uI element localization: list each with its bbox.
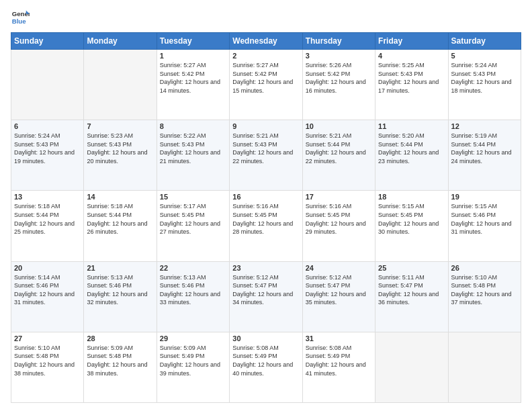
day-number: 23 xyxy=(232,264,299,272)
calendar-cell: 30Sunrise: 5:08 AMSunset: 5:49 PMDayligh… xyxy=(230,332,302,402)
day-info: Sunrise: 5:15 AMSunset: 5:45 PMDaylight:… xyxy=(378,202,445,236)
calendar-cell xyxy=(84,50,157,120)
day-info: Sunrise: 5:09 AMSunset: 5:48 PMDaylight:… xyxy=(87,344,153,377)
day-number: 17 xyxy=(306,193,372,201)
day-number: 2 xyxy=(232,52,299,60)
day-number: 11 xyxy=(378,122,445,130)
day-info: Sunrise: 5:16 AMSunset: 5:45 PMDaylight:… xyxy=(306,202,372,236)
calendar-cell: 4Sunrise: 5:25 AMSunset: 5:43 PMDaylight… xyxy=(375,50,448,120)
day-info: Sunrise: 5:25 AMSunset: 5:43 PMDaylight:… xyxy=(378,61,445,95)
logo-icon: General Blue xyxy=(11,8,30,27)
calendar-cell: 10Sunrise: 5:21 AMSunset: 5:44 PMDayligh… xyxy=(302,120,375,191)
calendar-cell: 25Sunrise: 5:11 AMSunset: 5:47 PMDayligh… xyxy=(375,261,448,332)
day-number: 24 xyxy=(306,264,372,272)
calendar-cell: 13Sunrise: 5:18 AMSunset: 5:44 PMDayligh… xyxy=(11,191,84,261)
day-number: 8 xyxy=(160,122,226,130)
day-info: Sunrise: 5:27 AMSunset: 5:42 PMDaylight:… xyxy=(160,61,226,95)
day-info: Sunrise: 5:21 AMSunset: 5:44 PMDaylight:… xyxy=(306,132,372,165)
calendar-cell: 27Sunrise: 5:10 AMSunset: 5:48 PMDayligh… xyxy=(11,332,84,402)
day-number: 9 xyxy=(232,122,299,130)
day-number: 19 xyxy=(451,193,518,201)
weekday-header-saturday: Saturday xyxy=(448,33,521,50)
day-number: 4 xyxy=(378,52,445,60)
day-info: Sunrise: 5:21 AMSunset: 5:43 PMDaylight:… xyxy=(232,132,299,165)
day-info: Sunrise: 5:12 AMSunset: 5:47 PMDaylight:… xyxy=(232,273,299,307)
calendar-cell: 20Sunrise: 5:14 AMSunset: 5:46 PMDayligh… xyxy=(11,261,84,332)
day-number: 5 xyxy=(451,52,518,60)
calendar-cell: 29Sunrise: 5:09 AMSunset: 5:49 PMDayligh… xyxy=(157,332,229,402)
calendar-cell: 24Sunrise: 5:12 AMSunset: 5:47 PMDayligh… xyxy=(302,261,375,332)
day-number: 15 xyxy=(160,193,226,201)
day-number: 16 xyxy=(232,193,299,201)
day-info: Sunrise: 5:27 AMSunset: 5:42 PMDaylight:… xyxy=(232,61,299,95)
day-info: Sunrise: 5:24 AMSunset: 5:43 PMDaylight:… xyxy=(451,61,518,95)
day-info: Sunrise: 5:22 AMSunset: 5:43 PMDaylight:… xyxy=(160,132,226,165)
day-info: Sunrise: 5:26 AMSunset: 5:42 PMDaylight:… xyxy=(306,61,372,95)
calendar-cell: 21Sunrise: 5:13 AMSunset: 5:46 PMDayligh… xyxy=(84,261,157,332)
day-info: Sunrise: 5:10 AMSunset: 5:48 PMDaylight:… xyxy=(14,344,81,377)
calendar-cell: 23Sunrise: 5:12 AMSunset: 5:47 PMDayligh… xyxy=(230,261,302,332)
day-info: Sunrise: 5:13 AMSunset: 5:46 PMDaylight:… xyxy=(160,273,226,307)
calendar-cell: 19Sunrise: 5:15 AMSunset: 5:46 PMDayligh… xyxy=(448,191,521,261)
day-info: Sunrise: 5:13 AMSunset: 5:46 PMDaylight:… xyxy=(87,273,153,307)
day-number: 3 xyxy=(306,52,372,60)
day-info: Sunrise: 5:08 AMSunset: 5:49 PMDaylight:… xyxy=(232,344,299,377)
calendar-cell: 22Sunrise: 5:13 AMSunset: 5:46 PMDayligh… xyxy=(157,261,229,332)
calendar-cell: 11Sunrise: 5:20 AMSunset: 5:44 PMDayligh… xyxy=(375,120,448,191)
calendar-cell: 8Sunrise: 5:22 AMSunset: 5:43 PMDaylight… xyxy=(157,120,229,191)
calendar-cell: 7Sunrise: 5:23 AMSunset: 5:43 PMDaylight… xyxy=(84,120,157,191)
calendar-page: General Blue SundayMondayTuesdayWednesda… xyxy=(0,0,532,411)
calendar-cell: 26Sunrise: 5:10 AMSunset: 5:48 PMDayligh… xyxy=(448,261,521,332)
day-info: Sunrise: 5:12 AMSunset: 5:47 PMDaylight:… xyxy=(306,273,372,307)
header: General Blue xyxy=(11,8,521,27)
weekday-header-friday: Friday xyxy=(375,33,448,50)
calendar-cell: 28Sunrise: 5:09 AMSunset: 5:48 PMDayligh… xyxy=(84,332,157,402)
weekday-header-sunday: Sunday xyxy=(11,33,84,50)
calendar-cell: 31Sunrise: 5:08 AMSunset: 5:49 PMDayligh… xyxy=(302,332,375,402)
day-number: 18 xyxy=(378,193,445,201)
day-number: 26 xyxy=(451,264,518,272)
calendar-cell: 5Sunrise: 5:24 AMSunset: 5:43 PMDaylight… xyxy=(448,50,521,120)
weekday-header-monday: Monday xyxy=(84,33,157,50)
calendar-table: SundayMondayTuesdayWednesdayThursdayFrid… xyxy=(11,32,521,403)
calendar-cell: 12Sunrise: 5:19 AMSunset: 5:44 PMDayligh… xyxy=(448,120,521,191)
calendar-cell xyxy=(11,50,84,120)
calendar-cell xyxy=(375,332,448,402)
day-info: Sunrise: 5:09 AMSunset: 5:49 PMDaylight:… xyxy=(160,344,226,377)
day-number: 25 xyxy=(378,264,445,272)
calendar-cell: 6Sunrise: 5:24 AMSunset: 5:43 PMDaylight… xyxy=(11,120,84,191)
day-number: 29 xyxy=(160,334,226,342)
day-info: Sunrise: 5:20 AMSunset: 5:44 PMDaylight:… xyxy=(378,132,445,165)
day-info: Sunrise: 5:14 AMSunset: 5:46 PMDaylight:… xyxy=(14,273,81,307)
day-info: Sunrise: 5:16 AMSunset: 5:45 PMDaylight:… xyxy=(232,202,299,236)
day-number: 10 xyxy=(306,122,372,130)
calendar-cell: 3Sunrise: 5:26 AMSunset: 5:42 PMDaylight… xyxy=(302,50,375,120)
day-number: 27 xyxy=(14,334,81,342)
day-number: 22 xyxy=(160,264,226,272)
day-info: Sunrise: 5:08 AMSunset: 5:49 PMDaylight:… xyxy=(306,344,372,377)
day-info: Sunrise: 5:24 AMSunset: 5:43 PMDaylight:… xyxy=(14,132,81,165)
weekday-header-thursday: Thursday xyxy=(302,33,375,50)
weekday-header-row: SundayMondayTuesdayWednesdayThursdayFrid… xyxy=(11,33,521,50)
calendar-cell: 2Sunrise: 5:27 AMSunset: 5:42 PMDaylight… xyxy=(230,50,302,120)
day-info: Sunrise: 5:18 AMSunset: 5:44 PMDaylight:… xyxy=(87,202,153,236)
day-number: 20 xyxy=(14,264,81,272)
weekday-header-tuesday: Tuesday xyxy=(157,33,229,50)
day-info: Sunrise: 5:23 AMSunset: 5:43 PMDaylight:… xyxy=(87,132,153,165)
calendar-week-row: 27Sunrise: 5:10 AMSunset: 5:48 PMDayligh… xyxy=(11,332,521,402)
svg-text:Blue: Blue xyxy=(12,17,26,25)
day-number: 31 xyxy=(306,334,372,342)
day-number: 12 xyxy=(451,122,518,130)
calendar-cell xyxy=(448,332,521,402)
day-info: Sunrise: 5:11 AMSunset: 5:47 PMDaylight:… xyxy=(378,273,445,307)
day-number: 30 xyxy=(232,334,299,342)
day-number: 1 xyxy=(160,52,226,60)
calendar-cell: 16Sunrise: 5:16 AMSunset: 5:45 PMDayligh… xyxy=(230,191,302,261)
day-number: 7 xyxy=(87,122,153,130)
day-number: 13 xyxy=(14,193,81,201)
day-info: Sunrise: 5:10 AMSunset: 5:48 PMDaylight:… xyxy=(451,273,518,307)
logo: General Blue xyxy=(11,8,30,27)
calendar-cell: 17Sunrise: 5:16 AMSunset: 5:45 PMDayligh… xyxy=(302,191,375,261)
day-info: Sunrise: 5:17 AMSunset: 5:45 PMDaylight:… xyxy=(160,202,226,236)
calendar-cell: 18Sunrise: 5:15 AMSunset: 5:45 PMDayligh… xyxy=(375,191,448,261)
